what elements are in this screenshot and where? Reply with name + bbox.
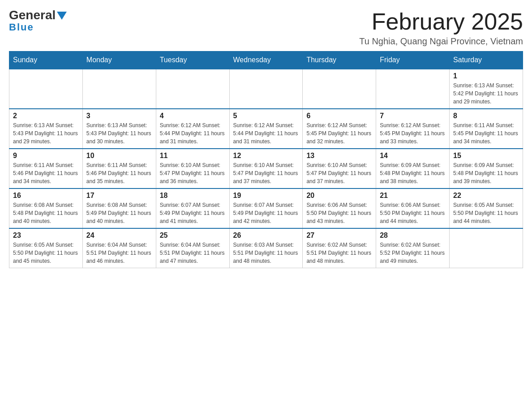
calendar-table: Sunday Monday Tuesday Wednesday Thursday…: [9, 51, 523, 268]
day-number: 2: [13, 112, 79, 120]
day-info: Sunrise: 6:10 AM Sunset: 5:47 PM Dayligh…: [306, 161, 372, 185]
day-number: 9: [13, 152, 79, 160]
day-info: Sunrise: 6:09 AM Sunset: 5:48 PM Dayligh…: [453, 161, 519, 185]
calendar-cell-w4-d1: 17Sunrise: 6:08 AM Sunset: 5:49 PM Dayli…: [82, 188, 156, 228]
day-info: Sunrise: 6:12 AM Sunset: 5:44 PM Dayligh…: [160, 121, 226, 146]
day-info: Sunrise: 6:13 AM Sunset: 5:43 PM Dayligh…: [86, 121, 152, 146]
col-monday: Monday: [82, 51, 156, 69]
calendar-cell-w5-d2: 25Sunrise: 6:04 AM Sunset: 5:51 PM Dayli…: [156, 228, 229, 268]
calendar-cell-w5-d6: [450, 228, 523, 268]
day-info: Sunrise: 6:13 AM Sunset: 5:43 PM Dayligh…: [13, 121, 79, 146]
day-info: Sunrise: 6:07 AM Sunset: 5:49 PM Dayligh…: [233, 201, 299, 225]
calendar-cell-w1-d4: [303, 69, 376, 109]
calendar-cell-w4-d5: 21Sunrise: 6:06 AM Sunset: 5:50 PM Dayli…: [376, 188, 450, 228]
calendar-cell-w4-d2: 18Sunrise: 6:07 AM Sunset: 5:49 PM Dayli…: [156, 188, 229, 228]
calendar-cell-w4-d0: 16Sunrise: 6:08 AM Sunset: 5:48 PM Dayli…: [9, 188, 83, 228]
logo: General Blue: [9, 9, 67, 33]
calendar-cell-w1-d0: [9, 69, 83, 109]
day-number: 27: [306, 231, 372, 240]
day-info: Sunrise: 6:02 AM Sunset: 5:52 PM Dayligh…: [380, 241, 446, 265]
day-info: Sunrise: 6:07 AM Sunset: 5:49 PM Dayligh…: [160, 201, 226, 225]
calendar-cell-w2-d0: 2Sunrise: 6:13 AM Sunset: 5:43 PM Daylig…: [9, 109, 83, 149]
svg-marker-0: [57, 12, 67, 20]
calendar-cell-w4-d3: 19Sunrise: 6:07 AM Sunset: 5:49 PM Dayli…: [229, 188, 303, 228]
day-number: 22: [453, 192, 519, 200]
day-info: Sunrise: 6:11 AM Sunset: 5:45 PM Dayligh…: [453, 121, 519, 146]
calendar-cell-w3-d1: 10Sunrise: 6:11 AM Sunset: 5:46 PM Dayli…: [82, 149, 156, 188]
day-number: 13: [306, 152, 372, 160]
day-number: 28: [380, 231, 446, 240]
day-info: Sunrise: 6:03 AM Sunset: 5:51 PM Dayligh…: [233, 241, 299, 265]
calendar-week-4: 16Sunrise: 6:08 AM Sunset: 5:48 PM Dayli…: [9, 188, 523, 228]
col-tuesday: Tuesday: [156, 51, 229, 69]
calendar-cell-w2-d2: 4Sunrise: 6:12 AM Sunset: 5:44 PM Daylig…: [156, 109, 229, 149]
calendar-cell-w4-d6: 22Sunrise: 6:05 AM Sunset: 5:50 PM Dayli…: [450, 188, 523, 228]
day-number: 19: [233, 192, 299, 200]
logo-text-blue: Blue: [9, 21, 34, 33]
calendar-cell-w2-d1: 3Sunrise: 6:13 AM Sunset: 5:43 PM Daylig…: [82, 109, 156, 149]
day-info: Sunrise: 6:09 AM Sunset: 5:48 PM Dayligh…: [380, 161, 446, 185]
calendar-cell-w1-d2: [156, 69, 229, 109]
day-number: 25: [160, 231, 226, 240]
calendar-cell-w3-d3: 12Sunrise: 6:10 AM Sunset: 5:47 PM Dayli…: [229, 149, 303, 188]
logo-text-general: General: [9, 9, 56, 21]
day-info: Sunrise: 6:12 AM Sunset: 5:45 PM Dayligh…: [380, 121, 446, 146]
calendar-cell-w1-d1: [82, 69, 156, 109]
calendar-cell-w3-d6: 15Sunrise: 6:09 AM Sunset: 5:48 PM Dayli…: [450, 149, 523, 188]
calendar-week-5: 23Sunrise: 6:05 AM Sunset: 5:50 PM Dayli…: [9, 228, 523, 268]
day-number: 14: [380, 152, 446, 160]
day-info: Sunrise: 6:12 AM Sunset: 5:44 PM Dayligh…: [233, 121, 299, 146]
calendar-week-1: 1Sunrise: 6:13 AM Sunset: 5:42 PM Daylig…: [9, 69, 523, 109]
day-info: Sunrise: 6:05 AM Sunset: 5:50 PM Dayligh…: [13, 241, 79, 265]
day-info: Sunrise: 6:04 AM Sunset: 5:51 PM Dayligh…: [160, 241, 226, 265]
calendar-cell-w1-d5: [376, 69, 450, 109]
calendar-cell-w3-d2: 11Sunrise: 6:10 AM Sunset: 5:47 PM Dayli…: [156, 149, 229, 188]
day-info: Sunrise: 6:04 AM Sunset: 5:51 PM Dayligh…: [86, 241, 152, 265]
col-wednesday: Wednesday: [229, 51, 303, 69]
col-sunday: Sunday: [9, 51, 83, 69]
calendar-cell-w2-d4: 6Sunrise: 6:12 AM Sunset: 5:45 PM Daylig…: [303, 109, 376, 149]
location-title: Tu Nghia, Quang Ngai Province, Vietnam: [359, 36, 523, 47]
day-number: 17: [86, 192, 152, 200]
page-header: General Blue February 2025 Tu Nghia, Qua…: [9, 9, 523, 47]
calendar-cell-w5-d4: 27Sunrise: 6:02 AM Sunset: 5:51 PM Dayli…: [303, 228, 376, 268]
day-info: Sunrise: 6:13 AM Sunset: 5:42 PM Dayligh…: [453, 81, 519, 106]
calendar-header-row: Sunday Monday Tuesday Wednesday Thursday…: [9, 51, 523, 69]
day-number: 24: [86, 231, 152, 240]
calendar-cell-w5-d3: 26Sunrise: 6:03 AM Sunset: 5:51 PM Dayli…: [229, 228, 303, 268]
day-number: 12: [233, 152, 299, 160]
day-info: Sunrise: 6:10 AM Sunset: 5:47 PM Dayligh…: [160, 161, 226, 185]
day-number: 26: [233, 231, 299, 240]
day-number: 16: [13, 192, 79, 200]
day-number: 6: [306, 112, 372, 120]
calendar-week-2: 2Sunrise: 6:13 AM Sunset: 5:43 PM Daylig…: [9, 109, 523, 149]
day-number: 5: [233, 112, 299, 120]
day-number: 21: [380, 192, 446, 200]
day-number: 20: [306, 192, 372, 200]
day-number: 10: [86, 152, 152, 160]
calendar-cell-w4-d4: 20Sunrise: 6:06 AM Sunset: 5:50 PM Dayli…: [303, 188, 376, 228]
calendar-cell-w2-d5: 7Sunrise: 6:12 AM Sunset: 5:45 PM Daylig…: [376, 109, 450, 149]
calendar-cell-w5-d0: 23Sunrise: 6:05 AM Sunset: 5:50 PM Dayli…: [9, 228, 83, 268]
day-number: 11: [160, 152, 226, 160]
day-number: 8: [453, 112, 519, 120]
day-info: Sunrise: 6:11 AM Sunset: 5:46 PM Dayligh…: [86, 161, 152, 185]
day-info: Sunrise: 6:05 AM Sunset: 5:50 PM Dayligh…: [453, 201, 519, 225]
day-number: 15: [453, 152, 519, 160]
day-info: Sunrise: 6:02 AM Sunset: 5:51 PM Dayligh…: [306, 241, 372, 265]
logo-triangle-icon: [57, 12, 67, 20]
col-saturday: Saturday: [450, 51, 523, 69]
day-info: Sunrise: 6:06 AM Sunset: 5:50 PM Dayligh…: [306, 201, 372, 225]
day-number: 3: [86, 112, 152, 120]
day-info: Sunrise: 6:11 AM Sunset: 5:46 PM Dayligh…: [13, 161, 79, 185]
calendar-cell-w2-d3: 5Sunrise: 6:12 AM Sunset: 5:44 PM Daylig…: [229, 109, 303, 149]
calendar-cell-w2-d6: 8Sunrise: 6:11 AM Sunset: 5:45 PM Daylig…: [450, 109, 523, 149]
month-title: February 2025: [359, 9, 523, 34]
day-number: 7: [380, 112, 446, 120]
calendar-cell-w1-d6: 1Sunrise: 6:13 AM Sunset: 5:42 PM Daylig…: [450, 69, 523, 109]
day-info: Sunrise: 6:08 AM Sunset: 5:49 PM Dayligh…: [86, 201, 152, 225]
calendar-week-3: 9Sunrise: 6:11 AM Sunset: 5:46 PM Daylig…: [9, 149, 523, 188]
calendar-cell-w3-d5: 14Sunrise: 6:09 AM Sunset: 5:48 PM Dayli…: [376, 149, 450, 188]
day-info: Sunrise: 6:06 AM Sunset: 5:50 PM Dayligh…: [380, 201, 446, 225]
day-number: 1: [453, 72, 519, 80]
